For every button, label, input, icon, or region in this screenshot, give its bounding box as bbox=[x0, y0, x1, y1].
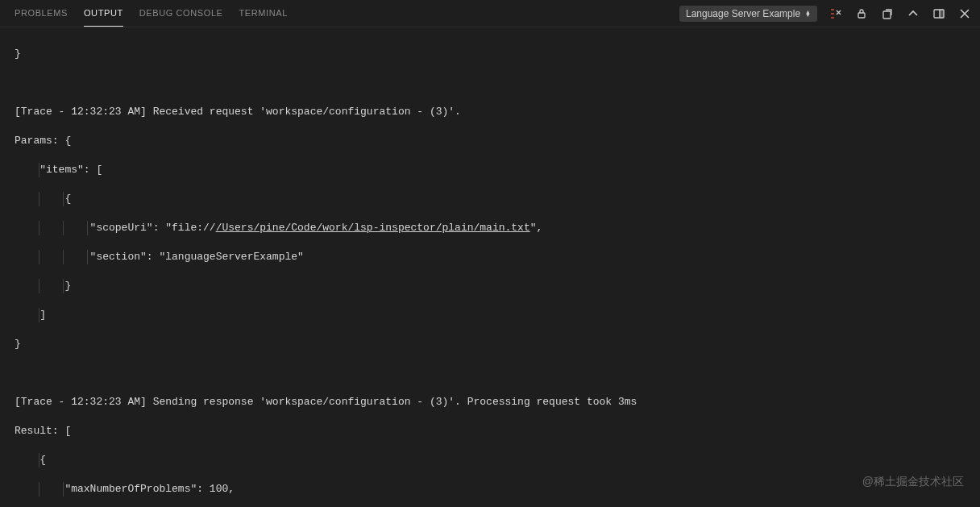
output-line: "section": "languageServerExample" bbox=[15, 250, 965, 264]
panel-header: PROBLEMS OUTPUT DEBUG CONSOLE TERMINAL L… bbox=[0, 0, 980, 27]
tab-debug-console[interactable]: DEBUG CONSOLE bbox=[139, 0, 223, 27]
output-line: "items": [ bbox=[15, 163, 965, 177]
output-line: ] bbox=[15, 308, 965, 322]
panel-header-actions: Language Server Example ▲▼ bbox=[679, 6, 972, 22]
output-line: "maxNumberOfProblems": 100, bbox=[15, 482, 965, 497]
output-line: } bbox=[15, 47, 965, 61]
svg-rect-3 bbox=[940, 10, 944, 18]
output-line: [Trace - 12:32:23 AM] Received request '… bbox=[15, 105, 965, 119]
output-line: { bbox=[15, 192, 965, 206]
dropdown-arrows-icon: ▲▼ bbox=[805, 10, 811, 17]
file-uri-link[interactable]: /Users/pine/Code/work/lsp-inspector/plai… bbox=[216, 222, 530, 234]
collapse-icon[interactable] bbox=[906, 6, 920, 21]
output-channel-dropdown[interactable]: Language Server Example ▲▼ bbox=[679, 6, 817, 22]
tab-problems[interactable]: PROBLEMS bbox=[15, 0, 68, 27]
output-line: } bbox=[15, 279, 965, 293]
output-line: "scopeUri": "file:///Users/pine/Code/wor… bbox=[15, 221, 965, 235]
toggle-panel-layout-icon[interactable] bbox=[932, 6, 946, 21]
output-line: [Trace - 12:32:23 AM] Sending response '… bbox=[15, 395, 965, 409]
tab-output[interactable]: OUTPUT bbox=[84, 0, 123, 27]
output-content[interactable]: } [Trace - 12:32:23 AM] Received request… bbox=[0, 27, 980, 507]
close-panel-icon[interactable] bbox=[957, 6, 972, 21]
clear-output-icon[interactable] bbox=[828, 6, 843, 21]
open-log-icon[interactable] bbox=[880, 6, 895, 21]
output-line: { bbox=[15, 453, 965, 468]
svg-rect-0 bbox=[858, 13, 865, 18]
tab-terminal[interactable]: TERMINAL bbox=[239, 0, 288, 27]
dropdown-label: Language Server Example bbox=[686, 8, 800, 19]
panel-tabs: PROBLEMS OUTPUT DEBUG CONSOLE TERMINAL bbox=[15, 0, 288, 27]
svg-rect-1 bbox=[883, 11, 891, 19]
output-line: } bbox=[15, 337, 965, 351]
output-line: Result: [ bbox=[15, 424, 965, 438]
lock-scroll-icon[interactable] bbox=[854, 6, 869, 21]
watermark: @稀土掘金技术社区 bbox=[862, 475, 964, 489]
output-line: Params: { bbox=[15, 134, 965, 148]
